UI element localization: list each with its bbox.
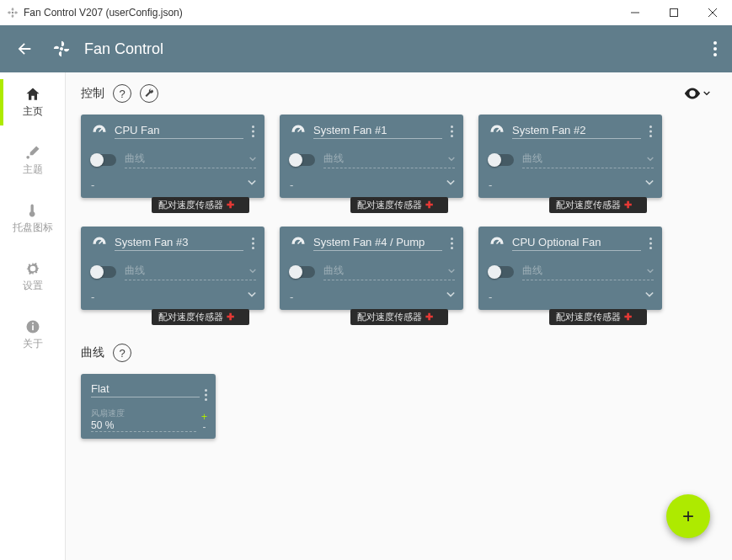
card-expand-button[interactable] xyxy=(645,179,654,191)
card-menu-button[interactable] xyxy=(250,125,256,137)
sensor-pair-chip[interactable]: 配对速度传感器✚ xyxy=(350,309,448,325)
section-header-control: 控制 ? xyxy=(81,84,717,103)
card-menu-button[interactable] xyxy=(449,125,455,137)
curve-select[interactable]: 曲线 xyxy=(323,152,455,168)
sensor-pair-chip[interactable]: 配对速度传感器✚ xyxy=(350,197,448,213)
help-button[interactable]: ? xyxy=(113,84,131,103)
fan-name-input[interactable]: System Fan #2 xyxy=(512,124,641,139)
fan-enable-toggle[interactable] xyxy=(290,266,315,278)
card-menu-button[interactable] xyxy=(648,237,654,249)
svg-point-0 xyxy=(12,12,13,13)
sensor-pair-chip[interactable]: 配对速度传感器 ✚ xyxy=(152,197,249,213)
window-close-button[interactable] xyxy=(693,0,732,25)
sidebar-item-home[interactable]: 主页 xyxy=(0,79,66,125)
sensor-chip-label: 配对速度传感器 xyxy=(357,311,422,323)
section-label: 曲线 xyxy=(81,345,104,360)
fan-speed-value: - xyxy=(489,179,492,191)
fan-enable-toggle[interactable] xyxy=(489,154,514,166)
curve-select[interactable]: 曲线 xyxy=(323,264,455,280)
fan-name-input[interactable]: System Fan #4 / Pump xyxy=(313,236,442,251)
fan-speed-label: 风扇速度 xyxy=(91,408,196,419)
svg-point-29 xyxy=(205,394,207,397)
chevron-down-icon xyxy=(647,156,654,163)
gauge-icon xyxy=(290,123,307,140)
card-expand-button[interactable] xyxy=(645,291,654,303)
svg-point-21 xyxy=(252,247,254,249)
fan-name-input[interactable]: System Fan #1 xyxy=(313,124,442,139)
fan-enable-toggle[interactable] xyxy=(91,266,116,278)
svg-point-16 xyxy=(649,125,652,128)
svg-point-23 xyxy=(451,243,453,245)
svg-rect-8 xyxy=(32,325,34,330)
help-button[interactable]: ? xyxy=(113,344,131,362)
curve-select[interactable]: 曲线 xyxy=(125,152,256,168)
fan-card: System Fan #1 曲线 - 配对速度传感器✚ xyxy=(280,115,463,198)
curve-select[interactable]: 曲线 xyxy=(522,152,654,168)
gear-icon xyxy=(24,260,41,277)
window-minimize-button[interactable] xyxy=(616,0,655,25)
settings-wrench-button[interactable] xyxy=(140,84,158,103)
fan-name-input[interactable]: CPU Optional Fan xyxy=(512,236,641,251)
fan-enable-toggle[interactable] xyxy=(290,154,315,166)
sidebar-item-about[interactable]: 关于 xyxy=(0,312,66,358)
curve-select[interactable]: 曲线 xyxy=(125,264,256,280)
sidebar-item-tray[interactable]: 托盘图标 xyxy=(0,195,66,242)
curve-name-input[interactable]: Flat xyxy=(91,382,200,397)
curve-speed-value[interactable]: 50 % xyxy=(91,419,114,431)
card-expand-button[interactable] xyxy=(446,291,455,303)
sensor-chip-label: 配对速度传感器 xyxy=(556,199,621,211)
svg-point-15 xyxy=(451,135,453,137)
sidebar-item-label: 托盘图标 xyxy=(13,221,53,235)
help-icon: ? xyxy=(119,88,125,100)
plus-icon: ✚ xyxy=(227,312,234,323)
card-menu-button[interactable] xyxy=(449,237,455,249)
card-expand-button[interactable] xyxy=(248,179,256,191)
visibility-toggle-button[interactable] xyxy=(683,84,710,103)
sidebar-item-settings[interactable]: 设置 xyxy=(0,253,66,300)
fan-enable-toggle[interactable] xyxy=(489,266,514,278)
decrease-button[interactable]: - xyxy=(202,422,206,432)
sensor-chip-label: 配对速度传感器 xyxy=(158,311,223,323)
card-menu-button[interactable] xyxy=(648,125,654,137)
add-fab-button[interactable]: + xyxy=(666,494,710,538)
sidebar-item-label: 设置 xyxy=(23,279,43,293)
back-button[interactable] xyxy=(15,40,34,58)
curve-select-label: 曲线 xyxy=(522,152,542,166)
app-icon xyxy=(7,7,19,19)
fan-cards-grid: CPU Fan 曲线 - 配对速度传感器 ✚ xyxy=(81,115,717,310)
sidebar-item-label: 主题 xyxy=(23,163,43,177)
sidebar-item-label: 关于 xyxy=(23,337,43,351)
sensor-pair-chip[interactable]: 配对速度传感器✚ xyxy=(549,197,647,213)
svg-point-4 xyxy=(713,47,717,51)
fan-card: System Fan #3 曲线 - 配对速度传感器✚ xyxy=(81,227,264,310)
plus-icon: + xyxy=(682,504,694,528)
sidebar-item-label: 主页 xyxy=(23,104,43,119)
app-title: Fan Control xyxy=(84,40,163,58)
window-maximize-button[interactable] xyxy=(655,0,693,25)
card-expand-button[interactable] xyxy=(446,179,455,191)
gauge-icon xyxy=(91,123,108,140)
fan-name-input[interactable]: System Fan #3 xyxy=(115,236,243,251)
section-header-curve: 曲线 ? xyxy=(81,344,717,362)
card-menu-button[interactable] xyxy=(205,389,207,401)
gauge-icon xyxy=(489,235,505,252)
info-icon xyxy=(24,318,41,335)
fan-enable-toggle[interactable] xyxy=(91,154,116,166)
header-menu-button[interactable] xyxy=(713,41,717,56)
card-expand-button[interactable] xyxy=(248,291,256,303)
curve-card: Flat 风扇速度 50 % + - xyxy=(81,374,216,439)
curve-select[interactable]: 曲线 xyxy=(522,264,654,280)
plus-icon: ✚ xyxy=(227,200,234,211)
plus-icon: ✚ xyxy=(624,312,632,323)
sidebar-item-theme[interactable]: 主题 xyxy=(0,137,66,184)
wrench-icon xyxy=(144,88,154,99)
svg-point-19 xyxy=(252,237,254,240)
card-menu-button[interactable] xyxy=(250,237,256,249)
curve-select-label: 曲线 xyxy=(323,264,344,278)
chevron-down-icon xyxy=(647,268,654,275)
chevron-down-icon xyxy=(448,268,455,275)
svg-point-10 xyxy=(252,125,254,128)
fan-name-input[interactable]: CPU Fan xyxy=(115,124,243,139)
sensor-pair-chip[interactable]: 配对速度传感器✚ xyxy=(152,309,249,325)
sensor-pair-chip[interactable]: 配对速度传感器✚ xyxy=(549,309,647,325)
